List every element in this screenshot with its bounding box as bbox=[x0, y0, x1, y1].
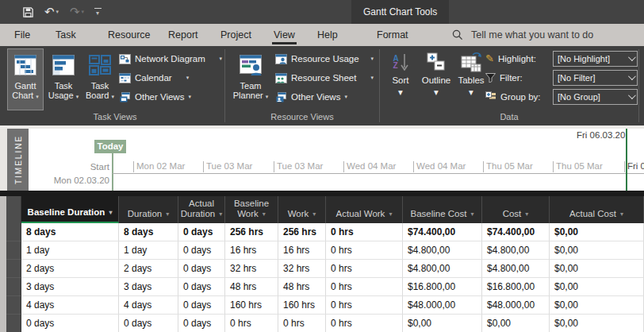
row-header[interactable] bbox=[6, 241, 21, 260]
tab-report[interactable]: Report bbox=[168, 24, 198, 46]
table-cell[interactable]: 0 hrs bbox=[326, 241, 403, 260]
filter-arrow-icon[interactable]: ▾ bbox=[219, 209, 222, 219]
table-cell[interactable]: 0 days bbox=[178, 315, 225, 332]
table-cell[interactable]: 16 hrs bbox=[225, 241, 278, 260]
table-cell[interactable]: 160 hrs bbox=[278, 296, 326, 315]
other-views-resource-button[interactable]: Other Views ▾ bbox=[275, 87, 374, 106]
table-cell[interactable]: 48 hrs bbox=[225, 278, 278, 296]
table-cell[interactable]: 0 days bbox=[178, 223, 225, 241]
table-cell[interactable]: $48.000,00 bbox=[403, 296, 482, 315]
row-header-corner[interactable] bbox=[6, 196, 21, 223]
filter-arrow-icon[interactable]: ▾ bbox=[620, 209, 623, 219]
table-cell[interactable]: 1 day bbox=[21, 241, 119, 260]
tab-task[interactable]: Task bbox=[56, 24, 76, 46]
save-icon[interactable] bbox=[19, 3, 36, 21]
other-views-task-button[interactable]: Other Views ▾ bbox=[119, 87, 222, 106]
table-cell[interactable]: $74.400,00 bbox=[403, 223, 482, 241]
table-cell[interactable]: 2 days bbox=[21, 260, 119, 278]
table-cell[interactable]: 4 days bbox=[21, 296, 119, 315]
table-cell[interactable]: 0 days bbox=[178, 278, 225, 296]
table-cell[interactable]: $0,00 bbox=[550, 315, 644, 332]
column-header-actual-duration[interactable]: Actual Duration▾ bbox=[178, 196, 225, 223]
table-cell[interactable]: 0 hrs bbox=[326, 223, 403, 241]
column-header-actual-work[interactable]: Actual Work▾ bbox=[326, 196, 403, 223]
group-by-dropdown[interactable]: [No Group] bbox=[553, 89, 638, 105]
table-cell[interactable]: 1 day bbox=[119, 241, 178, 260]
table-cell[interactable]: 32 hrs bbox=[278, 260, 326, 278]
column-header-baseline-work[interactable]: Baseline Work▾ bbox=[225, 196, 278, 223]
filter-arrow-icon[interactable]: ▾ bbox=[312, 209, 316, 219]
task-usage-button[interactable]: Task Usage ▾ bbox=[45, 48, 82, 110]
filter-arrow-icon[interactable]: ▾ bbox=[470, 209, 473, 219]
column-header-duration[interactable]: Duration▾ bbox=[119, 196, 178, 223]
table-cell[interactable]: 0 days bbox=[178, 260, 225, 278]
table-cell[interactable]: 0 days bbox=[178, 296, 225, 315]
table-cell[interactable]: $16.800,00 bbox=[482, 278, 550, 296]
timeline-pane-label[interactable]: TIMELINE bbox=[7, 129, 29, 191]
tab-resource[interactable]: Resource bbox=[108, 24, 151, 46]
tell-me-search[interactable]: Tell me what you want to do bbox=[452, 24, 593, 46]
table-cell[interactable]: $74.400,00 bbox=[482, 223, 550, 241]
table-cell[interactable]: $0,00 bbox=[550, 241, 644, 260]
calendar-button[interactable]: Calendar ▾ bbox=[119, 68, 222, 87]
tab-view[interactable]: View bbox=[274, 24, 295, 46]
table-cell[interactable]: $4.800,00 bbox=[403, 260, 482, 278]
table-cell[interactable]: 256 hrs bbox=[278, 223, 326, 241]
table-cell[interactable]: $4.800,00 bbox=[403, 241, 482, 260]
tab-file[interactable]: File bbox=[14, 24, 30, 46]
table-cell[interactable]: $0,00 bbox=[482, 315, 550, 332]
table-cell[interactable]: $0,00 bbox=[550, 278, 644, 296]
table-cell[interactable]: $48.000,00 bbox=[482, 296, 550, 315]
column-header-baseline-duration[interactable]: Baseline Duration▾ bbox=[21, 196, 119, 223]
row-header[interactable] bbox=[6, 260, 21, 278]
resource-sheet-button[interactable]: Resource Sheet ▾ bbox=[275, 68, 374, 87]
highlight-dropdown[interactable]: [No Highlight] bbox=[553, 51, 638, 67]
table-cell[interactable]: 48 hrs bbox=[278, 278, 326, 296]
table-cell[interactable]: 0 hrs bbox=[326, 315, 403, 332]
table-cell[interactable]: 8 days bbox=[119, 223, 178, 241]
table-cell[interactable]: 2 days bbox=[119, 260, 178, 278]
table-cell[interactable]: 256 hrs bbox=[225, 223, 278, 241]
table-cell[interactable]: $0,00 bbox=[550, 223, 644, 241]
table-cell[interactable]: 0 hrs bbox=[326, 296, 403, 315]
row-header[interactable] bbox=[6, 296, 21, 315]
tab-format[interactable]: Format bbox=[377, 24, 408, 46]
table-cell[interactable]: $4.800,00 bbox=[482, 260, 550, 278]
row-header[interactable] bbox=[6, 223, 21, 241]
table-cell[interactable]: $0,00 bbox=[550, 260, 644, 278]
table-cell[interactable]: 3 days bbox=[21, 278, 119, 296]
filter-arrow-icon[interactable]: ▾ bbox=[525, 209, 528, 219]
table-cell[interactable]: 4 days bbox=[119, 296, 178, 315]
table-cell[interactable]: 0 hrs bbox=[326, 260, 403, 278]
redo-icon[interactable]: ↷▾ bbox=[65, 3, 89, 21]
pane-splitter[interactable] bbox=[0, 191, 644, 196]
table-cell[interactable]: 160 hrs bbox=[225, 296, 278, 315]
table-cell[interactable]: 0 hrs bbox=[326, 278, 403, 296]
sort-button[interactable]: AZ Sort ▾ bbox=[385, 48, 416, 98]
table-cell[interactable]: $0,00 bbox=[403, 315, 482, 332]
filter-arrow-icon[interactable]: ▾ bbox=[263, 209, 266, 219]
column-header-cost[interactable]: Cost▾ bbox=[482, 196, 550, 223]
task-board-button[interactable]: Task Board ▾ bbox=[82, 48, 118, 110]
network-diagram-button[interactable]: Network Diagram ▾ bbox=[119, 49, 222, 68]
table-cell[interactable]: 0 days bbox=[119, 315, 178, 332]
column-header-actual-cost[interactable]: Actual Cost▾ bbox=[550, 196, 644, 223]
table-cell[interactable]: 3 days bbox=[119, 278, 178, 296]
tab-help[interactable]: Help bbox=[317, 24, 338, 46]
table-cell[interactable]: 0 days bbox=[178, 241, 225, 260]
filter-dropdown[interactable]: [No Filter] bbox=[553, 70, 638, 86]
resource-usage-button[interactable]: Resource Usage ▾ bbox=[275, 49, 374, 68]
table-cell[interactable]: 16 hrs bbox=[278, 241, 326, 260]
team-planner-button[interactable]: Team Planner ▾ bbox=[231, 48, 270, 110]
table-cell[interactable]: 0 hrs bbox=[225, 315, 278, 332]
filter-arrow-icon[interactable]: ▾ bbox=[109, 207, 112, 218]
filter-arrow-icon[interactable]: ▾ bbox=[166, 209, 169, 219]
customize-quick-access-toolbar-icon[interactable]: ▾ bbox=[90, 3, 105, 21]
column-header-work[interactable]: Work▾ bbox=[278, 196, 326, 223]
outline-button[interactable]: Outline ▾ bbox=[418, 48, 454, 98]
undo-icon[interactable]: ↶▾ bbox=[40, 3, 63, 21]
gantt-chart-button[interactable]: Gantt Chart ▾ bbox=[7, 48, 44, 110]
table-cell[interactable]: 32 hrs bbox=[225, 260, 278, 278]
table-cell[interactable]: $16.800,00 bbox=[403, 278, 482, 296]
table-cell[interactable]: 0 days bbox=[21, 315, 119, 332]
